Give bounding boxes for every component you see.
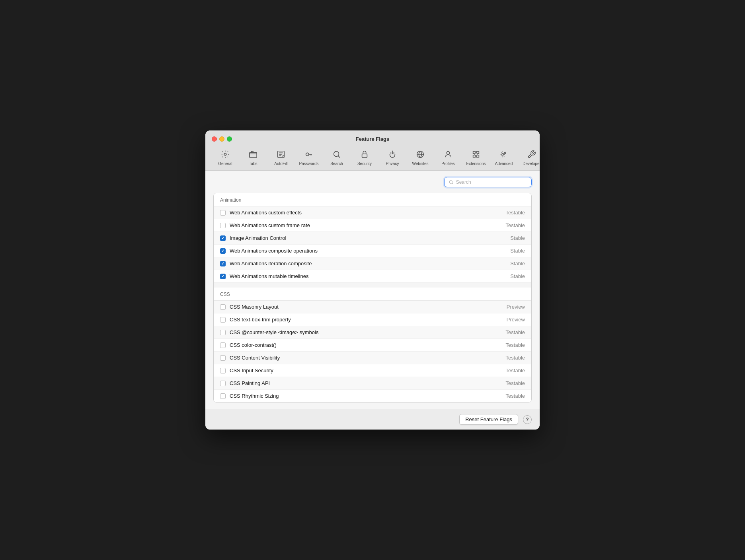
toolbar-label-general: General — [218, 161, 232, 166]
flag-checkbox-web-anim-mutable[interactable] — [220, 274, 226, 279]
toolbar-label-security: Security — [357, 161, 372, 166]
flag-checkbox-css-content-visibility[interactable] — [220, 355, 226, 361]
toolbar-item-websites[interactable]: Websites — [407, 147, 434, 170]
toolbar-item-search[interactable]: Search — [323, 147, 350, 170]
flag-status: Preview — [507, 304, 525, 310]
flag-row-web-anim-iteration[interactable]: Web Animations iteration composite Stabl… — [214, 257, 531, 270]
main-window: Feature Flags General — [205, 130, 540, 430]
flag-checkbox-web-anim-composite[interactable] — [220, 248, 226, 254]
flag-row-css-text-box-trim[interactable]: CSS text-box-trim property Preview — [214, 313, 531, 326]
flag-name: CSS @counter-style <image> symbols — [230, 329, 506, 335]
flag-status: Testable — [506, 342, 525, 348]
tabs-icon — [249, 150, 257, 160]
flag-row-css-color-contrast[interactable]: CSS color-contrast() Testable — [214, 339, 531, 352]
flag-status: Stable — [510, 273, 525, 279]
flag-checkbox-web-anim-iteration[interactable] — [220, 261, 226, 266]
flag-checkbox-css-rhythmic-sizing[interactable] — [220, 393, 226, 399]
help-button[interactable]: ? — [523, 415, 532, 424]
flag-row-css-rhythmic-sizing[interactable]: CSS Rhythmic Sizing Testable — [214, 390, 531, 402]
toolbar-item-advanced[interactable]: Advanced — [490, 147, 517, 170]
flag-name: CSS Painting API — [230, 380, 506, 386]
toolbar-label-developer: Developer — [523, 161, 540, 166]
flag-checkbox-css-painting-api[interactable] — [220, 381, 226, 386]
flag-status: Preview — [507, 317, 525, 323]
css-section-header: CSS — [214, 288, 531, 301]
flag-checkbox-css-counter-style[interactable] — [220, 330, 226, 335]
toolbar-item-profiles[interactable]: Profiles — [435, 147, 462, 170]
svg-rect-1 — [250, 152, 257, 158]
flag-status: Testable — [506, 329, 525, 335]
window-title: Feature Flags — [356, 136, 390, 142]
minimize-button[interactable] — [219, 136, 224, 142]
flag-row-css-content-visibility[interactable]: CSS Content Visibility Testable — [214, 352, 531, 364]
section-divider — [214, 283, 531, 288]
close-button[interactable] — [212, 136, 217, 142]
toolbar-label-extensions: Extensions — [466, 161, 486, 166]
flag-checkbox-image-anim-control[interactable] — [220, 235, 226, 241]
flag-status: Stable — [510, 248, 525, 254]
flag-row-css-painting-api[interactable]: CSS Painting API Testable — [214, 377, 531, 390]
flag-row-web-anim-frame-rate[interactable]: Web Animations custom frame rate Testabl… — [214, 219, 531, 232]
flag-status: Stable — [510, 261, 525, 266]
flag-name: Web Animations mutable timelines — [230, 273, 510, 279]
puzzle-icon — [472, 150, 480, 160]
toolbar-label-profiles: Profiles — [441, 161, 454, 166]
autofill-icon — [277, 150, 285, 160]
toolbar-item-general[interactable]: General — [212, 147, 239, 170]
flag-checkbox-css-input-security[interactable] — [220, 368, 226, 373]
flag-checkbox-css-text-box-trim[interactable] — [220, 317, 226, 323]
toolbar-item-passwords[interactable]: Passwords — [295, 147, 322, 170]
content-area: Animation Web Animations custom effects … — [205, 171, 540, 409]
flag-name: CSS text-box-trim property — [230, 317, 507, 323]
flag-row-image-anim-control[interactable]: Image Animation Control Stable — [214, 232, 531, 245]
flag-row-css-input-security[interactable]: CSS Input Security Testable — [214, 364, 531, 377]
toolbar-item-privacy[interactable]: Privacy — [379, 147, 406, 170]
flag-row-css-counter-style[interactable]: CSS @counter-style <image> symbols Testa… — [214, 326, 531, 339]
flag-checkbox-css-masonry[interactable] — [220, 304, 226, 310]
toolbar-item-security[interactable]: Security — [351, 147, 378, 170]
svg-point-9 — [504, 152, 506, 154]
reset-feature-flags-button[interactable]: Reset Feature Flags — [459, 414, 518, 425]
toolbar-label-tabs: Tabs — [249, 161, 257, 166]
bottom-bar: Reset Feature Flags ? — [205, 409, 540, 430]
search-icon — [449, 179, 454, 185]
flag-row-css-masonry[interactable]: CSS Masonry Layout Preview — [214, 301, 531, 313]
flag-name: CSS Rhythmic Sizing — [230, 393, 506, 399]
gear-icon — [221, 150, 230, 160]
title-bar-top: Feature Flags — [212, 136, 533, 142]
svg-point-3 — [306, 153, 309, 156]
toolbar-item-tabs[interactable]: Tabs — [240, 147, 267, 170]
flag-row-web-anim-composite[interactable]: Web Animations composite operations Stab… — [214, 245, 531, 257]
flag-checkbox-web-anim-frame-rate[interactable] — [220, 223, 226, 228]
flag-checkbox-web-anim-custom-effects[interactable] — [220, 210, 226, 216]
traffic-lights — [212, 136, 232, 142]
flag-status: Testable — [506, 368, 525, 373]
toolbar-item-autofill[interactable]: AutoFill — [267, 147, 294, 170]
toolbar-item-extensions[interactable]: Extensions — [462, 147, 490, 170]
flag-status: Testable — [506, 210, 525, 216]
wrench-icon — [527, 150, 536, 160]
flag-status: Testable — [506, 393, 525, 399]
flag-name: CSS Content Visibility — [230, 355, 506, 361]
flag-name: Web Animations iteration composite — [230, 261, 510, 266]
toolbar-label-privacy: Privacy — [386, 161, 399, 166]
toolbar-label-passwords: Passwords — [299, 161, 319, 166]
toolbar: General Tabs — [212, 147, 533, 170]
flag-name: CSS Input Security — [230, 368, 506, 373]
flag-row-web-anim-custom-effects[interactable]: Web Animations custom effects Testable — [214, 206, 531, 219]
flag-checkbox-css-color-contrast[interactable] — [220, 342, 226, 348]
flag-status: Testable — [506, 380, 525, 386]
flag-status: Stable — [510, 235, 525, 241]
toolbar-label-advanced: Advanced — [495, 161, 513, 166]
toolbar-label-autofill: AutoFill — [274, 161, 287, 166]
key-icon — [304, 150, 313, 160]
flag-row-web-anim-mutable[interactable]: Web Animations mutable timelines Stable — [214, 270, 531, 283]
lock-icon — [360, 150, 369, 160]
toolbar-item-developer[interactable]: Developer — [518, 147, 540, 170]
search-input[interactable] — [456, 179, 527, 185]
animation-section-header: Animation — [214, 193, 531, 206]
svg-point-7 — [447, 152, 449, 154]
maximize-button[interactable] — [227, 136, 232, 142]
search-box — [444, 177, 532, 187]
flag-name: Web Animations custom effects — [230, 210, 506, 216]
